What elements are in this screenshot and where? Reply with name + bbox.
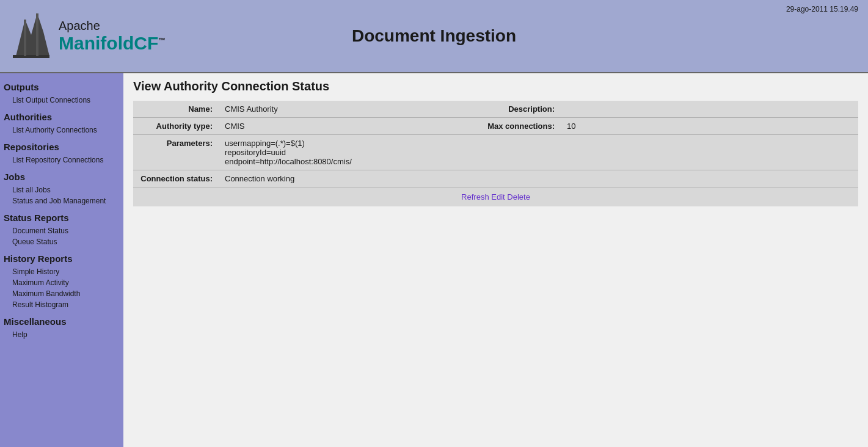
sidebar-item-queue-status[interactable]: Queue Status [0, 236, 123, 247]
sidebar-item-list-authority-connections[interactable]: List Authority Connections [0, 125, 123, 136]
logo-icon [10, 7, 53, 65]
svg-rect-2 [24, 20, 26, 56]
page-title: View Authority Connection Status [133, 79, 858, 93]
logo-area: Apache ManifoldCF™ [10, 7, 166, 65]
authority-type-value: CMIS [219, 118, 463, 135]
sidebar-item-result-histogram[interactable]: Result Histogram [0, 299, 123, 310]
sidebar-item-help[interactable]: Help [0, 329, 123, 340]
refresh-link[interactable]: Refresh [461, 192, 489, 202]
parameters-value: usermapping=(.*)=$(1)repositoryId=uuiden… [219, 135, 858, 170]
svg-marker-0 [16, 13, 49, 56]
sidebar-item-maximum-activity[interactable]: Maximum Activity [0, 277, 123, 288]
logo-tm: ™ [158, 36, 166, 45]
description-value [561, 101, 858, 118]
sidebar-item-list-output-connections[interactable]: List Output Connections [0, 95, 123, 106]
parameters-label: Parameters: [133, 135, 219, 170]
main-content: View Authority Connection Status Name: C… [123, 73, 868, 447]
header-title: Document Ingestion [352, 26, 516, 46]
layout: Outputs List Output Connections Authorit… [0, 73, 868, 447]
name-value: CMIS Authority [219, 101, 463, 118]
action-row: Refresh Edit Delete [133, 187, 858, 206]
sidebar-section-repositories: Repositories [0, 136, 123, 154]
description-label: Description: [463, 101, 561, 118]
header-timestamp: 29-ago-2011 15.19.49 [786, 5, 858, 13]
sidebar-section-outputs: Outputs [0, 76, 123, 95]
logo-apache-label: Apache [59, 19, 166, 33]
sidebar-section-authorities: Authorities [0, 106, 123, 125]
name-label: Name: [133, 101, 219, 118]
connection-status-label: Connection status: [133, 170, 219, 187]
sidebar-item-list-repository-connections[interactable]: List Repository Connections [0, 154, 123, 165]
table-row-name: Name: CMIS Authority Description: [133, 101, 858, 118]
delete-link[interactable]: Delete [507, 192, 530, 202]
logo-manifold-label: ManifoldCF™ [59, 33, 166, 54]
max-connections-value: 10 [561, 118, 858, 135]
authority-type-label: Authority type: [133, 118, 219, 135]
sidebar-section-miscellaneous: Miscellaneous [0, 310, 123, 329]
logo-text: Apache ManifoldCF™ [59, 19, 166, 54]
svg-rect-3 [36, 13, 38, 56]
sidebar-item-maximum-bandwidth[interactable]: Maximum Bandwidth [0, 288, 123, 299]
sidebar: Outputs List Output Connections Authorit… [0, 73, 123, 447]
sidebar-item-list-all-jobs[interactable]: List all Jobs [0, 184, 123, 195]
table-row-parameters: Parameters: usermapping=(.*)=$(1)reposit… [133, 135, 858, 170]
sidebar-section-history-reports: History Reports [0, 247, 123, 266]
info-table: Name: CMIS Authority Description: Author… [133, 101, 858, 187]
header: Apache ManifoldCF™ Document Ingestion 29… [0, 0, 868, 73]
sidebar-item-document-status[interactable]: Document Status [0, 225, 123, 236]
sidebar-item-status-job-management[interactable]: Status and Job Management [0, 195, 123, 206]
table-row-connection-status: Connection status: Connection working [133, 170, 858, 187]
table-row-authority-type: Authority type: CMIS Max connections: 10 [133, 118, 858, 135]
sidebar-section-status-reports: Status Reports [0, 206, 123, 225]
sidebar-item-simple-history[interactable]: Simple History [0, 266, 123, 277]
connection-status-value: Connection working [219, 170, 858, 187]
edit-link[interactable]: Edit [491, 192, 505, 202]
max-connections-label: Max connections: [463, 118, 561, 135]
svg-rect-1 [13, 55, 49, 58]
sidebar-section-jobs: Jobs [0, 165, 123, 184]
